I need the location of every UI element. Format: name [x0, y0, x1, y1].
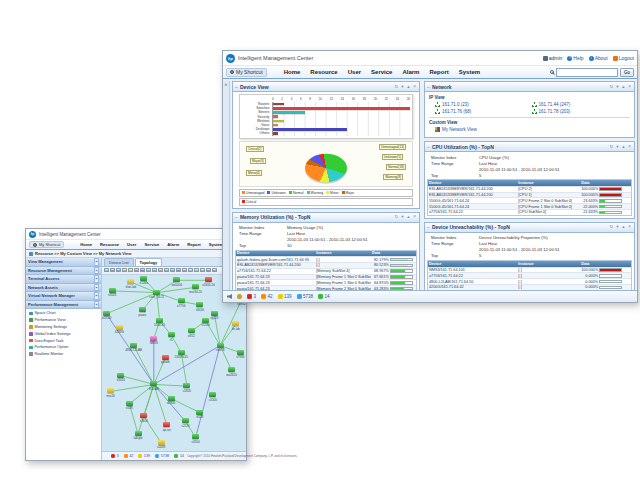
- table-row[interactable]: 4800-L2LAB/161.71.64.50[-]0.000%: [428, 278, 631, 284]
- pan-icon[interactable]: [110, 268, 115, 273]
- sidebar-section-performance-management[interactable]: Performance Management»: [26, 301, 101, 310]
- topology-node[interactable]: s5600-26: [205, 277, 212, 282]
- zoom-fit-icon[interactable]: [128, 268, 133, 273]
- menu-user[interactable]: User: [123, 242, 140, 247]
- topology-node[interactable]: s5500: [209, 392, 216, 397]
- topology-node[interactable]: s2008: [158, 440, 165, 445]
- sidebar-item-data-export-task[interactable]: Data Export Task: [26, 337, 101, 344]
- device-cell[interactable]: NMS3/161.71.64.101: [428, 268, 517, 272]
- ip-view-link[interactable]: 161.71.78 (203): [532, 109, 625, 114]
- alarm-bell-icon[interactable]: [237, 294, 242, 299]
- alarm-count-minor[interactable]: 139: [138, 454, 150, 458]
- alarm-count-info[interactable]: 14: [174, 454, 184, 458]
- refresh-icon[interactable]: [134, 268, 139, 273]
- topology-node[interactable]: ESLAB: [150, 381, 157, 386]
- topology-node[interactable]: 4800-L2LAB: [130, 343, 137, 348]
- device-cell[interactable]: paata/161.71.64.23: [236, 281, 315, 285]
- device-cell[interactable]: a7756/161.71.64.22: [236, 269, 315, 273]
- topology-node[interactable]: r5: [168, 332, 175, 337]
- topology-node[interactable]: s7906: [237, 350, 244, 355]
- filter-icon[interactable]: [188, 268, 193, 273]
- logout-link[interactable]: Logout: [613, 55, 634, 61]
- table-row[interactable]: goliath-fedora.gov.3com.com/161.71.64.94…: [236, 256, 416, 262]
- expand-arrow-icon[interactable]: »: [94, 258, 100, 266]
- table-row[interactable]: ESLAB24533SERVER/161.71.44.200[CPU 1]100…: [428, 192, 631, 198]
- settings-icon[interactable]: ▾: [615, 224, 620, 230]
- topology-node[interactable]: 5500G-45: [178, 350, 185, 355]
- topology-node[interactable]: 5500-45: [156, 318, 163, 323]
- search-go-button[interactable]: Go: [620, 68, 634, 77]
- table-row[interactable]: ESLAB24533SERVER/161.71.44.200[-]80.523%: [236, 262, 416, 268]
- table-row[interactable]: a7756/161.71.64.22[Memory SubSlot 4]68.9…: [236, 268, 416, 274]
- table-row[interactable]: ESLAB24533SERVER/161.71.44.200[CPU 2]100…: [428, 186, 631, 192]
- legend-icon[interactable]: [212, 268, 217, 273]
- settings-icon[interactable]: ▾: [615, 144, 620, 150]
- expand-arrow-icon[interactable]: »: [94, 284, 100, 292]
- refresh-icon[interactable]: ↻: [609, 84, 614, 90]
- topology-node[interactable]: core_56.21: [153, 290, 160, 295]
- topology-node[interactable]: e126a: [140, 276, 147, 281]
- alarm-count-minor[interactable]: 139: [278, 294, 292, 299]
- topology-node[interactable]: msr20: [107, 388, 114, 393]
- topology-node[interactable]: 4200G: [116, 325, 123, 330]
- tab-topology[interactable]: Topology: [135, 258, 163, 266]
- refresh-icon[interactable]: ↻: [609, 144, 614, 150]
- topology-node[interactable]: s8016: [196, 302, 203, 307]
- topology-node[interactable]: a7756: [178, 298, 185, 303]
- close-icon[interactable]: ×: [627, 84, 632, 90]
- menu-report[interactable]: Report: [424, 69, 453, 75]
- table-row[interactable]: 4200G/161.71.64.42[-]0.000%: [428, 284, 631, 290]
- menu-alarm[interactable]: Alarm: [163, 242, 183, 247]
- overview-icon[interactable]: [152, 268, 157, 273]
- sidebar-section-resource-management[interactable]: Resource Management»: [26, 267, 101, 276]
- sidebar-item-realtime-monitor[interactable]: Realtime Monitor: [26, 351, 101, 358]
- menu-report[interactable]: Report: [183, 242, 205, 247]
- print-icon[interactable]: [146, 268, 151, 273]
- topology-node[interactable]: e328: [126, 401, 133, 406]
- topology-node[interactable]: wa2620: [228, 367, 235, 372]
- link-icon[interactable]: [176, 268, 181, 273]
- sidebar-section-terminal-access[interactable]: Terminal Access»: [26, 275, 101, 284]
- collapse-strip[interactable]: «: [223, 81, 230, 290]
- topology-node[interactable]: s2126: [182, 418, 189, 423]
- help-link[interactable]: ?Help: [567, 55, 583, 61]
- search-icon[interactable]: [170, 268, 175, 273]
- sidebar-section-view-management[interactable]: View Management»: [26, 258, 101, 267]
- topology-node[interactable]: s3528: [109, 288, 116, 293]
- table-row[interactable]: NMS3/161.71.64.101[-]100.000%: [428, 267, 631, 273]
- collapse-icon[interactable]: ▴: [621, 144, 626, 150]
- collapse-icon[interactable]: ▴: [621, 224, 626, 230]
- alarm-count-critical[interactable]: 3: [247, 294, 256, 299]
- refresh-icon[interactable]: ↻: [394, 214, 399, 220]
- ip-view-link[interactable]: 161.71.44 (247): [532, 102, 625, 107]
- device-cell[interactable]: ESLAB24533SERVER/161.71.44.200: [236, 263, 315, 267]
- topology-node[interactable]: br-lab: [232, 321, 239, 326]
- topology-node[interactable]: a5800: [168, 396, 175, 401]
- table-row[interactable]: paata/161.71.64.23[Memory Frame 1 Slot 0…: [236, 274, 416, 280]
- device-cell[interactable]: ESLAB24533SERVER/161.71.44.200: [428, 187, 517, 191]
- back-my-shortcut-tab[interactable]: My Shortcut: [29, 241, 64, 248]
- expand-arrow-icon[interactable]: »: [94, 275, 100, 283]
- topology-node[interactable]: NMS3: [150, 336, 157, 341]
- settings-icon[interactable]: ▾: [615, 84, 620, 90]
- save-icon[interactable]: [140, 268, 145, 273]
- topology-node[interactable]: wx5004: [173, 277, 180, 282]
- alarm-count-warning[interactable]: 5738: [297, 294, 314, 299]
- sound-icon[interactable]: [227, 294, 232, 299]
- sidebar-item-space-chart[interactable]: Space Chart: [26, 310, 101, 317]
- menu-home[interactable]: Home: [279, 69, 306, 75]
- ip-view-link[interactable]: 161.71.0 (23): [435, 102, 528, 107]
- topology-node[interactable]: s3600: [140, 413, 147, 418]
- table-row[interactable]: a7756/161.71.64.22[CPU SubSlot 0]21.633%: [428, 209, 631, 215]
- alarm-icon[interactable]: [182, 268, 187, 273]
- close-icon[interactable]: ×: [627, 144, 632, 150]
- device-cell[interactable]: 4200G/161.71.64.42: [428, 285, 517, 289]
- topology-node[interactable]: paata: [139, 307, 146, 312]
- sidebar-item-global-index-settings[interactable]: Global Index Settings: [26, 330, 101, 337]
- ip-view-link[interactable]: 161.71.76 (68): [435, 109, 528, 114]
- topology-node[interactable]: core-B: [217, 343, 224, 348]
- layout-icon[interactable]: [158, 268, 163, 273]
- collapse-icon[interactable]: ▴: [406, 84, 411, 90]
- topology-node[interactable]: qx-sw: [163, 422, 170, 427]
- table-row[interactable]: 5500G-45/161.71.64.24[CPU Frame 1 Slot 0…: [428, 203, 631, 209]
